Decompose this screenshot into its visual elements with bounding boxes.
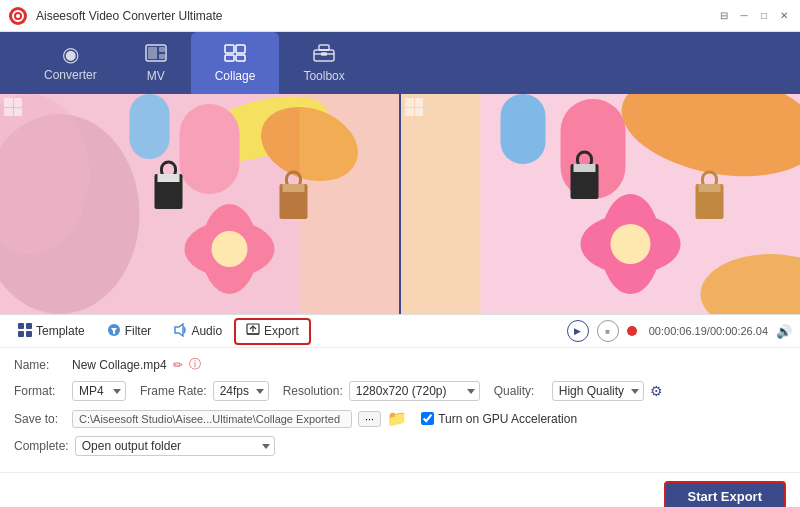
footer: Start Export (0, 472, 800, 507)
nav-label-mv: MV (147, 69, 165, 83)
svg-rect-4 (148, 47, 157, 59)
svg-rect-10 (236, 55, 245, 61)
gear-icon[interactable]: ⚙ (650, 383, 663, 399)
svg-rect-28 (300, 94, 400, 314)
template-btn[interactable]: Template (8, 319, 95, 344)
play-button[interactable]: ▶ (567, 320, 589, 342)
svg-rect-31 (283, 184, 305, 192)
svg-rect-21 (130, 94, 170, 159)
info-icon[interactable]: ⓘ (189, 356, 201, 373)
grid-indicator-left (4, 98, 22, 116)
svg-rect-5 (159, 47, 165, 52)
collage-canvas-right (401, 94, 800, 314)
framerate-label: Frame Rate: (140, 384, 207, 398)
complete-select[interactable]: Open output folder Do nothing Shut down … (75, 436, 275, 456)
nav-label-collage: Collage (215, 69, 256, 83)
collage-canvas-left (0, 94, 399, 314)
nav-label-converter: Converter (44, 68, 97, 82)
svg-point-39 (611, 224, 651, 264)
svg-rect-9 (225, 55, 234, 61)
start-export-button[interactable]: Start Export (664, 481, 786, 507)
bottom-toolbar: Template Filter Audio (0, 314, 800, 348)
template-label: Template (36, 324, 85, 338)
window-controls: ⊟ ─ □ ✕ (716, 8, 792, 24)
svg-rect-45 (699, 184, 721, 192)
app-logo (8, 6, 28, 26)
nav-item-collage[interactable]: Collage (191, 32, 280, 94)
mv-icon (145, 44, 167, 65)
gpu-checkbox[interactable] (421, 412, 434, 425)
quality-select[interactable]: High Quality Standard (552, 381, 644, 401)
framerate-select[interactable]: 24fps 30fps 60fps (213, 381, 269, 401)
nav-item-mv[interactable]: MV (121, 32, 191, 94)
grid-indicator-right (405, 98, 423, 116)
stop-button[interactable]: ■ (597, 320, 619, 342)
video-panel-left (0, 94, 401, 314)
svg-rect-8 (236, 45, 245, 53)
resolution-label: Resolution: (283, 384, 343, 398)
svg-rect-27 (158, 174, 180, 182)
gpu-checkbox-area: Turn on GPU Acceleration (421, 412, 577, 426)
nav-bar: ◉ Converter MV Collage (0, 32, 800, 94)
edit-icon[interactable]: ✏ (173, 358, 183, 372)
saveto-path[interactable] (72, 410, 352, 428)
toolbar-left-group: Template Filter Audio (8, 318, 567, 345)
svg-rect-50 (26, 331, 32, 337)
toolbox-icon (313, 44, 335, 65)
nav-item-converter[interactable]: ◉ Converter (20, 32, 121, 94)
maximize-btn[interactable]: □ (756, 8, 772, 24)
title-bar: Aiseesoft Video Converter Ultimate ⊟ ─ □… (0, 0, 800, 32)
name-label: Name: (14, 358, 66, 372)
resolution-select[interactable]: 1280x720 (720p) 1920x1080 (1080p) (349, 381, 480, 401)
name-value: New Collage.mp4 (72, 358, 167, 372)
audio-icon (173, 323, 187, 340)
format-label: Format: (14, 384, 66, 398)
converter-icon: ◉ (62, 44, 79, 64)
audio-label: Audio (191, 324, 222, 338)
template-icon (18, 323, 32, 340)
svg-rect-42 (574, 164, 596, 172)
export-btn[interactable]: Export (234, 318, 311, 345)
close-btn[interactable]: ✕ (776, 8, 792, 24)
saveto-row: Save to: ··· 📁 Turn on GPU Acceleration (14, 409, 786, 428)
gpu-label: Turn on GPU Acceleration (438, 412, 577, 426)
svg-rect-49 (18, 331, 24, 337)
svg-rect-48 (26, 323, 32, 329)
caption-btn[interactable]: ⊟ (716, 8, 732, 24)
complete-label: Complete: (14, 439, 69, 453)
timestamp-display: 00:00:06.19/00:00:26.04 (649, 325, 768, 337)
collage-icon (224, 44, 246, 65)
nav-item-toolbox[interactable]: Toolbox (279, 32, 368, 94)
name-row: Name: New Collage.mp4 ✏ ⓘ (14, 356, 786, 373)
minimize-btn[interactable]: ─ (736, 8, 752, 24)
export-label: Export (264, 324, 299, 338)
nav-label-toolbox: Toolbox (303, 69, 344, 83)
svg-rect-14 (321, 52, 327, 56)
browse-dots-btn[interactable]: ··· (358, 411, 381, 427)
filter-icon (107, 323, 121, 340)
svg-rect-6 (159, 54, 165, 59)
app-title: Aiseesoft Video Converter Ultimate (36, 9, 716, 23)
settings-area: Name: New Collage.mp4 ✏ ⓘ Format: MP4 AV… (0, 348, 800, 472)
svg-point-2 (16, 14, 20, 18)
audio-btn[interactable]: Audio (163, 319, 232, 344)
toolbar-right-group: ▶ ■ 00:00:06.19/00:00:26.04 🔊 (567, 320, 792, 342)
saveto-label: Save to: (14, 412, 66, 426)
volume-icon[interactable]: 🔊 (776, 324, 792, 339)
video-panel-right (401, 94, 800, 314)
folder-icon[interactable]: 📁 (387, 409, 407, 428)
svg-point-24 (212, 231, 248, 267)
filter-btn[interactable]: Filter (97, 319, 162, 344)
svg-rect-7 (225, 45, 234, 53)
video-area (0, 94, 800, 314)
complete-row: Complete: Open output folder Do nothing … (14, 436, 786, 456)
format-select[interactable]: MP4 AVI MOV (72, 381, 126, 401)
svg-rect-47 (18, 323, 24, 329)
format-row: Format: MP4 AVI MOV Frame Rate: 24fps 30… (14, 381, 786, 401)
record-indicator (627, 326, 637, 336)
filter-label: Filter (125, 324, 152, 338)
svg-rect-19 (180, 104, 240, 194)
svg-marker-52 (175, 324, 183, 336)
svg-rect-34 (401, 94, 481, 314)
export-icon (246, 323, 260, 340)
